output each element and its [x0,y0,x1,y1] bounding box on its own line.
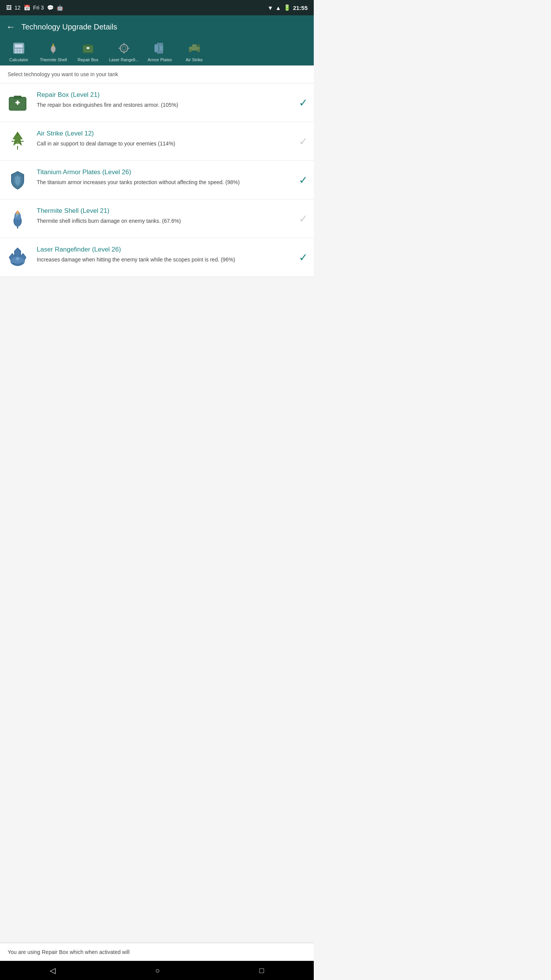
thermite-shell-info: Thermite Shell (Level 21) Thermite shell… [37,207,308,225]
svg-point-48 [16,257,19,260]
repair-box-check: ✓ [299,96,308,109]
titanium-armor-info: Titanium Armor Plates (Level 26) The tit… [37,168,308,186]
thermite-shell-desc: Thermite shell inflicts burn damage on e… [37,217,308,225]
status-time: 21:55 [293,5,308,11]
svg-rect-28 [197,49,200,52]
air-strike-desc: Call in air support to deal damage to yo… [37,140,308,148]
svg-rect-31 [14,96,21,99]
thermite-shell-check: ✓ [299,212,308,225]
svg-rect-14 [88,47,88,49]
titanium-armor-icon [6,168,29,191]
status-android-icon: 🤖 [57,5,63,11]
svg-marker-42 [15,248,21,257]
air-strike-check: ✓ [299,135,308,148]
svg-marker-9 [52,43,54,47]
subtitle-text: Select technology you want to use in you… [8,71,118,77]
subtitle-bar: Select technology you want to use in you… [0,65,314,83]
status-calendar-icon: 📅 [24,5,30,11]
thermite-shell-name: Thermite Shell (Level 21) [37,207,308,215]
battery-icon: 🔋 [284,4,291,11]
tab-calculator-label: Calculator [9,57,28,62]
svg-rect-26 [192,44,197,47]
tab-calculator[interactable]: Calculator [2,38,36,65]
tab-armor-plates[interactable]: Armor Plates [143,38,177,65]
thermite-shell-icon [6,207,29,230]
svg-rect-29 [197,44,200,47]
back-button[interactable]: ← [6,21,15,32]
svg-rect-27 [189,49,191,52]
signal-icon: ▲ [276,5,281,11]
svg-point-15 [120,44,128,52]
repair-box-info: Repair Box (Level 21) The repair box ext… [37,91,308,109]
tech-item-laser-rangefinder[interactable]: Laser Rangefinder (Level 26) Increases d… [0,238,314,277]
svg-rect-6 [18,51,20,53]
tab-repair-box-label: Repair Box [78,57,98,62]
wifi-icon: ▼ [267,5,273,11]
status-photo-icon: 🖼 [6,5,11,11]
air-strike-info: Air Strike (Level 12) Call in air suppor… [37,130,308,148]
air-strike-name: Air Strike (Level 12) [37,130,308,137]
svg-rect-23 [157,43,163,46]
laser-rangefinder-check: ✓ [299,251,308,264]
tab-bar: Calculator Thermite Shell Repair Box [0,38,314,65]
repair-box-name: Repair Box (Level 21) [37,91,308,99]
repair-box-tab-icon [80,41,96,56]
laser-rangefinder-tab-icon [116,41,132,56]
repair-box-desc: The repair box extinguishes fire and res… [37,101,308,109]
laser-rangefinder-info: Laser Rangefinder (Level 26) Increases d… [37,246,308,264]
svg-rect-33 [17,100,18,105]
laser-rangefinder-desc: Increases damage when hitting the enemy … [37,256,308,264]
svg-rect-12 [86,44,90,46]
titanium-armor-name: Titanium Armor Plates (Level 26) [37,168,308,176]
svg-rect-4 [20,49,22,51]
tab-thermite-label: Thermite Shell [40,57,67,62]
page-title: Technology Upgrade Details [21,23,117,31]
air-strike-icon [6,130,29,153]
app-header: ← Technology Upgrade Details [0,15,314,38]
laser-rangefinder-name: Laser Rangefinder (Level 26) [37,246,308,253]
status-bar-left: 🖼 12 📅 Fri 3 💬 🤖 [6,5,63,11]
tab-laser-label: Laser Rangefi... [109,57,139,62]
svg-point-16 [122,46,126,50]
tab-air-strike[interactable]: Air Strike [177,38,212,65]
tech-item-titanium-armor[interactable]: Titanium Armor Plates (Level 26) The tit… [0,161,314,199]
status-messenger-icon: 💬 [47,5,54,11]
tech-list: Repair Box (Level 21) The repair box ext… [0,83,314,277]
status-bar-right: ▼ ▲ 🔋 21:55 [267,4,308,11]
svg-rect-1 [15,44,23,47]
svg-rect-7 [20,51,22,53]
status-notification-count: 12 [15,5,21,11]
titanium-armor-desc: The titanium armor increases your tanks … [37,178,308,186]
status-date: Fri 3 [33,5,44,11]
tech-item-thermite-shell[interactable]: Thermite Shell (Level 21) Thermite shell… [0,199,314,238]
air-strike-tab-icon [187,41,202,56]
svg-rect-2 [15,49,17,51]
status-bar: 🖼 12 📅 Fri 3 💬 🤖 ▼ ▲ 🔋 21:55 [0,0,314,15]
tab-airstrike-label: Air Strike [186,57,203,62]
svg-rect-24 [157,51,163,54]
titanium-armor-check: ✓ [299,174,308,186]
tech-item-air-strike[interactable]: Air Strike (Level 12) Call in air suppor… [0,122,314,161]
laser-rangefinder-icon [6,246,29,269]
tab-thermite-shell[interactable]: Thermite Shell [36,38,71,65]
tab-armor-label: Armor Plates [148,57,172,62]
tab-laser-rangefinder[interactable]: Laser Rangefi... [105,38,143,65]
calculator-icon [11,41,26,56]
armor-plates-tab-icon [152,41,168,56]
svg-rect-3 [18,49,20,51]
tech-item-repair-box[interactable]: Repair Box (Level 21) The repair box ext… [0,83,314,122]
thermite-shell-tab-icon [46,41,61,56]
repair-box-icon [6,91,29,114]
svg-rect-5 [15,51,17,53]
tab-repair-box[interactable]: Repair Box [71,38,105,65]
